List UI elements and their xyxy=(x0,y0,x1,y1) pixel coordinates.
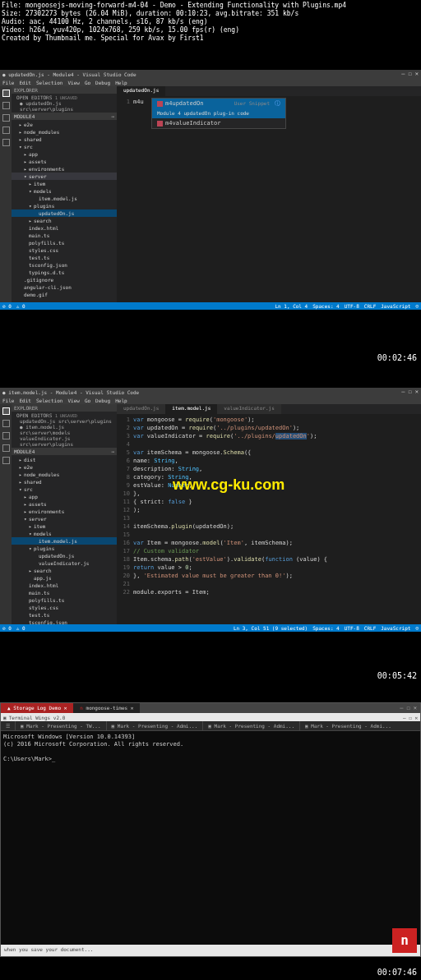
menu-item[interactable]: Debug xyxy=(95,398,110,403)
terminal-tabs[interactable]: ☰▣ Mark - Presenting - TW...▣ Mark - Pre… xyxy=(1,721,420,731)
min-button[interactable]: — xyxy=(400,705,403,711)
menu-item[interactable]: Help xyxy=(115,398,127,403)
tree-item[interactable]: test.ts xyxy=(12,254,117,261)
status-bar[interactable]: ⊘ 0⚠ 0 Ln 3, Col 51 (9 selected)Spaces: … xyxy=(0,624,421,632)
terminal-tab[interactable]: ▣ Mark - Presenting - Admi... xyxy=(299,721,396,730)
tree-item[interactable]: index.html xyxy=(12,224,117,232)
suggest-popup[interactable]: m4updatedOnUser Snippetⓘ Module 4 update… xyxy=(151,98,286,129)
tree-item[interactable]: item.model.js xyxy=(12,537,117,545)
tree-item[interactable]: ▸environments xyxy=(12,165,117,173)
tree-item[interactable]: app.js xyxy=(12,574,117,582)
tree-item[interactable]: ▸item xyxy=(12,522,117,530)
menubar[interactable]: FileEditSelectionViewGoDebugHelp xyxy=(0,396,421,404)
tree-item[interactable]: main.ts xyxy=(12,232,117,239)
browser-tabs[interactable]: ▲ Storage Log Demo ✕ n mongoose-times ✕ … xyxy=(1,703,420,713)
tree-item[interactable]: ▾src xyxy=(12,143,117,150)
tree-item[interactable]: demo.gif xyxy=(12,291,117,298)
close-button[interactable]: ✕ xyxy=(415,389,419,395)
tree-item[interactable]: ▾models xyxy=(12,187,117,195)
tree-item[interactable]: ▸search xyxy=(12,217,117,224)
editor-tab[interactable]: valueIndicator.js xyxy=(217,404,280,414)
tree-item[interactable]: ▾server xyxy=(12,173,117,180)
tree-item[interactable]: item.model.js xyxy=(12,195,117,202)
max-button[interactable]: ☐ xyxy=(409,71,412,77)
tree-item[interactable]: polyfills.ts xyxy=(12,596,117,604)
tree-item[interactable]: tsconfig.json xyxy=(12,619,117,624)
ext-icon[interactable] xyxy=(2,139,10,146)
tree-item[interactable]: .gitignore xyxy=(12,276,117,283)
activity-bar[interactable] xyxy=(0,404,12,624)
explorer-icon[interactable] xyxy=(2,90,10,97)
tree-item[interactable]: updatedOn.js xyxy=(12,209,117,217)
tree-item[interactable]: ▸e2e xyxy=(12,121,117,128)
terminal-tab[interactable]: ▣ Mark - Presenting - Admi... xyxy=(202,721,299,730)
menu-item[interactable]: View xyxy=(67,398,79,403)
editor-tab[interactable]: item.model.js xyxy=(165,404,217,414)
tree-item[interactable]: ▾models xyxy=(12,530,117,537)
menu-item[interactable]: File xyxy=(2,398,14,403)
tree-item[interactable]: ▸e2e xyxy=(12,463,117,471)
search-icon[interactable] xyxy=(2,102,10,109)
menu-item[interactable]: Go xyxy=(85,80,90,85)
menu-item[interactable]: Debug xyxy=(95,80,110,85)
tree-item[interactable]: valueIndicator.js xyxy=(12,559,117,567)
ext-icon[interactable] xyxy=(2,457,10,464)
terminal-body[interactable]: Microsoft Windows [Version 10.0.14393](c… xyxy=(1,731,420,945)
tree-item[interactable]: ▸environments xyxy=(12,508,117,515)
tree-item[interactable]: ▾server xyxy=(12,515,117,522)
menu-item[interactable]: Help xyxy=(115,80,127,85)
tree-item[interactable]: tsconfig.json xyxy=(12,261,117,269)
tree-item[interactable]: ▾src xyxy=(12,485,117,493)
tree-item[interactable]: ▸shared xyxy=(12,136,117,143)
tree-item[interactable]: ▸app xyxy=(12,493,117,500)
menu-item[interactable]: File xyxy=(2,80,14,85)
menubar[interactable]: FileEditSelectionViewGoDebugHelp xyxy=(0,78,421,86)
editor-tab[interactable]: updatedOn.js xyxy=(117,404,165,414)
editor-tabs[interactable]: updatedOn.js xyxy=(117,86,421,96)
terminal-tab[interactable]: ▣ Mark - Presenting - Admi... xyxy=(106,721,203,730)
tree-item[interactable]: ▸shared xyxy=(12,478,117,485)
tree-item[interactable]: ▸app xyxy=(12,150,117,158)
tree-item[interactable]: styles.css xyxy=(12,604,117,611)
min-button[interactable]: — xyxy=(401,389,405,395)
tree-item[interactable]: main.ts xyxy=(12,589,117,596)
menu-item[interactable]: Selection xyxy=(36,80,63,85)
explorer-icon[interactable] xyxy=(2,407,10,415)
close-button[interactable]: ✕ xyxy=(415,71,419,77)
terminal-tab[interactable]: ▣ Mark - Presenting - TW... xyxy=(15,721,106,730)
menu-item[interactable]: Selection xyxy=(36,398,63,403)
tree-item[interactable]: test.ts xyxy=(12,611,117,619)
status-bar[interactable]: ⊘ 0⚠ 0 Ln 1, Col 4Spaces: 4UTF-8CRLFJava… xyxy=(0,302,421,310)
menu-item[interactable]: Edit xyxy=(19,398,30,403)
tree-item[interactable]: ▸search xyxy=(12,567,117,574)
search-icon[interactable] xyxy=(2,420,10,427)
tree-item[interactable]: ▾plugins xyxy=(12,202,117,209)
menu-item[interactable]: Go xyxy=(85,398,90,403)
menu-item[interactable]: View xyxy=(67,80,79,85)
tree-item[interactable]: ▸node_modules xyxy=(12,471,117,478)
browser-tab[interactable]: n mongoose-times ✕ xyxy=(73,703,140,713)
tree-item[interactable]: updatedOn.js xyxy=(12,552,117,559)
tree-item[interactable]: polyfills.ts xyxy=(12,239,117,246)
menu-item[interactable]: Edit xyxy=(19,80,30,85)
tree-item[interactable]: ▸assets xyxy=(12,158,117,165)
git-icon[interactable] xyxy=(2,432,10,439)
tree-item[interactable]: ▸node_modules xyxy=(12,128,117,136)
browser-tab[interactable]: ▲ Storage Log Demo ✕ xyxy=(1,703,73,713)
tree-item[interactable]: index.html xyxy=(12,582,117,589)
tree-item[interactable]: typings.d.ts xyxy=(12,269,117,276)
terminal-tab[interactable]: ☰ xyxy=(1,721,15,730)
git-icon[interactable] xyxy=(2,114,10,122)
tree-item[interactable]: ▸dist xyxy=(12,456,117,463)
tree-item[interactable]: ▸item xyxy=(12,180,117,187)
tree-item[interactable]: styles.css xyxy=(12,246,117,254)
editor-tabs[interactable]: updatedOn.jsitem.model.jsvalueIndicator.… xyxy=(117,404,421,414)
tab-updatedon[interactable]: updatedOn.js xyxy=(117,86,165,96)
tree-item[interactable]: ▸assets xyxy=(12,500,117,508)
debug-icon[interactable] xyxy=(2,444,10,452)
debug-icon[interactable] xyxy=(2,127,10,134)
tree-item[interactable]: angular-cli.json xyxy=(12,283,117,291)
max-button[interactable]: ☐ xyxy=(409,389,412,395)
activity-bar[interactable] xyxy=(0,86,12,302)
min-button[interactable]: — xyxy=(401,71,405,77)
